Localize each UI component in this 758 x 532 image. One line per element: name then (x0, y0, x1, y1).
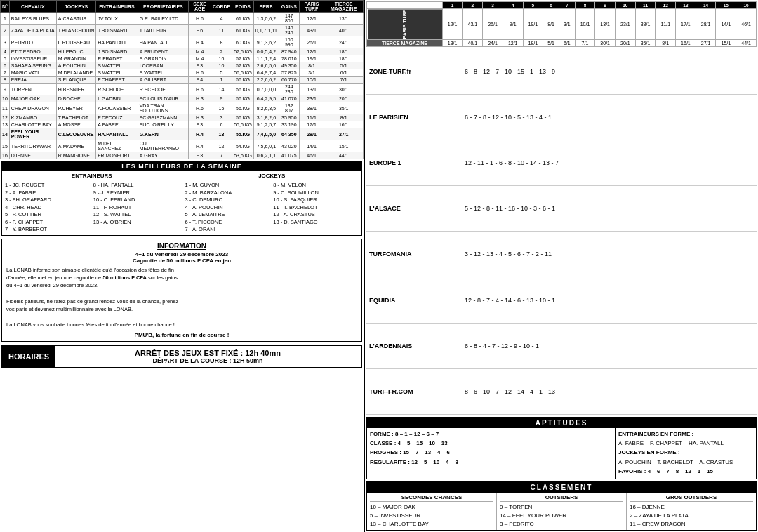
entraineur-right: 12 - S. WATTEL (93, 211, 179, 219)
tierce-label: TIERCE MAGAZINE (367, 40, 443, 47)
table-cell: 132 807 (279, 102, 299, 114)
entraineur-right (93, 226, 179, 234)
info-line: La LONAB vous souhaite bonnes fêtes de f… (6, 321, 357, 328)
entraineur-left: 2 - A. FABRE (5, 189, 91, 197)
table-cell: 244 230 (279, 84, 299, 95)
info-section: INFORMATION 4+1 du vendredi 29 décembre … (1, 239, 362, 342)
table-cell: 3/1 (299, 69, 324, 77)
table-cell: 24/1 (324, 36, 364, 48)
horaires-main: ARRÊT DES JEUX EST FIXÉ : 12h 40mn (58, 349, 358, 357)
apt-right-jockeys-val: A. POUCHIN – T. BACHELOT – A. CRASTUS (618, 458, 753, 466)
aptitudes-right: ENTRAINEURS EN FORME : A. FABRE – F. CHA… (616, 428, 756, 479)
tierce-cell: 27/1 (696, 40, 716, 47)
table-cell: 41 070 (279, 95, 299, 102)
table-cell: KIZMAMBO (9, 114, 56, 121)
table-cell: 2,6,6,5,6 (253, 62, 279, 69)
classement-col: OUTSIDERS9 – TORPEN14 – FEEL YOUR POWER3… (497, 493, 627, 530)
entraineur-left: 7 - Y. BARBEROT (5, 226, 91, 234)
table-cell: 5 (1, 55, 10, 62)
table-cell: 6,4,9,7,4 (253, 69, 279, 77)
table-cell: 4 (211, 13, 232, 25)
table-cell: 16 (211, 55, 232, 62)
jockey-right: 11 - T. BACHELOT (273, 204, 359, 212)
table-cell: 8/1 (299, 62, 324, 69)
prono-row: L'ARDENNAIS6 - 8 - 4 - 7 - 12 - 9 - 10 -… (366, 324, 757, 369)
table-cell: INVESTISSEUR (9, 55, 56, 62)
grid-corner (367, 2, 443, 9)
table-cell: 27/1 (324, 128, 364, 140)
table-cell: 6,4,2,9,5 (253, 95, 279, 102)
table-cell: 14 (1, 128, 10, 140)
col-header-n: N° (1, 1, 10, 13)
grid-col-header: 13 (676, 2, 696, 9)
table-cell: M.4 (189, 55, 211, 62)
table-cell: M.4 (189, 48, 211, 55)
table-cell: 9 (1, 84, 10, 95)
tierce-cell: 18/1 (523, 40, 543, 47)
prono-row: TURF-FR.COM8 - 6 - 10 - 7 - 12 - 14 - 4 … (366, 369, 757, 415)
entraineurs-col: ENTRAINEURS 1 - JC. ROUGET8 - HA. PANTAL… (2, 171, 182, 235)
table-cell: 8,2,6,3,5 (253, 102, 279, 114)
table-cell: 8 (1, 77, 10, 84)
table-cell: EC.LOUIS D'AUR (138, 95, 188, 102)
table-cell: 10 (211, 62, 232, 69)
tierce-cell: 12/1 (503, 40, 523, 47)
horaires-sub: DÉPART DE LA COURSE : 12H 50mn (58, 357, 358, 364)
paris-turf-cell: 26/1 (483, 9, 503, 40)
grid-col-header: 7 (559, 2, 575, 9)
table-row: 10MAJOR OAKD.BOCHEL.GADBINEC.LOUIS D'AUR… (1, 95, 364, 102)
tierce-cell: 7/1 (575, 40, 595, 47)
paris-turf-cell: 19/1 (523, 9, 543, 40)
classement-title: CLASSEMENT (367, 482, 756, 493)
prono-row: EQUIDIA12 - 8 - 7 - 4 - 14 - 6 - 13 - 10… (366, 277, 757, 323)
table-cell: H.3 (189, 114, 211, 121)
entraineur-right: 11 - F. ROHAUT (93, 204, 179, 212)
entraineur-left: 1 - JC. ROUGET (5, 182, 91, 189)
jockey-right: 9 - C. SOUMILLON (273, 189, 359, 197)
table-cell: 35 950 (279, 114, 299, 121)
jockey-right: 10 - S. PASQUIER (273, 197, 359, 204)
table-cell: T.BACHELOT (56, 114, 95, 121)
info-subtitle1: 4+1 du vendredi 29 décembre 2023 Cagnott… (6, 251, 357, 264)
table-cell: 56.KG (232, 77, 254, 84)
prono-numbers: 12 - 11 - 1 - 6 - 8 - 10 - 14 - 13 - 7 (458, 159, 757, 166)
table-row: 1BAILEYS BLUESA.CRASTUSJV.TOUXG.R. BAILE… (1, 13, 364, 25)
grid-col-header: 15 (716, 2, 736, 9)
table-cell: 1 (1, 13, 10, 25)
table-cell: A.MOSSE (56, 121, 95, 128)
table-row: 3PEDRITOL.ROUSSEAUHA.PANTALLHA.PANTALLH.… (1, 36, 364, 48)
table-cell: 8/1 (324, 114, 364, 121)
jockeys-col: JOCKEYS 1 - M. GUYON8 - M. VELON2 - M. B… (182, 171, 362, 235)
info-body: La LONAB informe son aimable clientèle q… (6, 266, 357, 329)
paris-turf-cell: 3/1 (559, 9, 575, 40)
prono-source: TURFOMANIA (366, 251, 458, 258)
table-cell: 56.KG (232, 102, 254, 114)
table-cell: 1,3,0,0,2 (253, 13, 279, 25)
table-cell: 0,1,7,1,11 (253, 25, 279, 36)
table-cell: S.WATTEL (96, 69, 138, 77)
info-line: vos paris et devenez multimillionnaire a… (6, 305, 357, 313)
table-cell: 5/1 (324, 62, 364, 69)
entraineur-right: 9 - J. REYNIER (93, 189, 179, 197)
grid-col-header: 14 (696, 2, 716, 9)
apt-right-entraineurs-title: ENTRAINEURS EN FORME : (618, 430, 753, 438)
table-cell: 11 (211, 25, 232, 36)
jockey-right: 8 - M. VELON (273, 182, 359, 189)
aptitude-line: CLASSE : 4 – 5 – 15 – 10 – 13 (370, 439, 612, 447)
entraineur-left: 6 - F. CHAPPET (5, 219, 91, 227)
table-cell: 7,4,0,5,0 (253, 128, 279, 140)
prono-source: L'ALSACE (366, 205, 458, 212)
grid-col-header: 3 (483, 2, 503, 9)
prono-source: TURF-FR.COM (366, 388, 458, 395)
table-cell: 3,1,8,2,6 (253, 114, 279, 121)
classement-item: 5 – INVESTISSEUR (370, 512, 493, 520)
table-cell: CREW DRAGON (9, 102, 56, 114)
table-cell: H.6 (189, 13, 211, 25)
col-header-entraineurs: ENTRAINEURS (96, 1, 138, 13)
table-cell: 18/1 (324, 55, 364, 62)
table-cell: 13/1 (324, 13, 364, 25)
table-cell: 2 (1, 25, 10, 36)
aptitude-line: REGULARITE : 12 – 5 – 10 – 4 – 8 (370, 458, 612, 466)
table-cell: R.FRADET (96, 55, 138, 62)
col-header-paristurf: PARIS TURF (299, 1, 324, 13)
